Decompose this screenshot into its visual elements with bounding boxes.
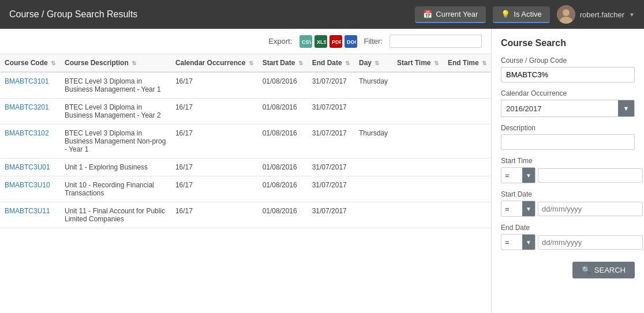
sort-icon: ⇅ bbox=[249, 60, 253, 66]
cell-start-date: 01/08/2016 bbox=[258, 72, 308, 99]
end-date-group: End Date = ▼ 📅 bbox=[501, 224, 635, 250]
calendar-occurrence-group: Calendar Occurrence 2016/2017 ▼ bbox=[501, 89, 635, 117]
chevron-down-icon: ▼ bbox=[629, 12, 635, 18]
is-active-button[interactable]: 💡 Is Active bbox=[493, 6, 549, 23]
bulb-icon: 💡 bbox=[501, 10, 510, 18]
cell-description: Unit 1 - Exploring Business bbox=[60, 159, 171, 176]
cell-end-time bbox=[443, 159, 491, 176]
export-csv-button[interactable]: CSV bbox=[299, 35, 312, 48]
export-icons: CSV XLS PDF DOC bbox=[299, 35, 357, 48]
cell-day bbox=[354, 159, 392, 176]
col-end-date[interactable]: End Date ⇅ bbox=[308, 54, 354, 72]
cell-code: BMABTC3U10 bbox=[0, 176, 60, 202]
cell-start-time bbox=[392, 159, 443, 176]
cell-end-date: 31/07/2017 bbox=[308, 202, 354, 228]
calendar-occurrence-value: 2016/2017 bbox=[501, 101, 618, 116]
end-date-label: End Date bbox=[501, 224, 635, 232]
export-xls-button[interactable]: XLS bbox=[314, 35, 327, 48]
course-code-link[interactable]: BMABTC3U10 bbox=[5, 181, 50, 189]
svg-text:CSV: CSV bbox=[302, 39, 311, 45]
end-date-op-value: = bbox=[501, 236, 522, 249]
user-menu[interactable]: robert.fatcher ▼ bbox=[557, 5, 635, 24]
cell-start-time bbox=[392, 176, 443, 202]
cell-day bbox=[354, 202, 392, 228]
start-date-op-select[interactable]: = ▼ bbox=[501, 201, 536, 217]
toolbar: Export: CSV XLS PDF DOC Filter: bbox=[0, 29, 491, 54]
col-end-time[interactable]: End Time ⇅ bbox=[443, 54, 491, 72]
sort-icon: ⇅ bbox=[375, 60, 379, 66]
calendar-occurrence-dropdown-button[interactable]: ▼ bbox=[618, 100, 634, 116]
cell-code: BMABTC3U01 bbox=[0, 159, 60, 176]
export-doc-button[interactable]: DOC bbox=[345, 35, 357, 48]
cell-calendar: 16/17 bbox=[171, 176, 258, 202]
description-input[interactable] bbox=[501, 134, 635, 150]
start-date-label: Start Date bbox=[501, 190, 635, 198]
course-code-link[interactable]: BMABTC3201 bbox=[5, 103, 49, 111]
table-row: BMABTC3U11 Unit 11 - Final Account for P… bbox=[0, 202, 491, 228]
cell-end-date: 31/07/2017 bbox=[308, 159, 354, 176]
svg-point-1 bbox=[563, 9, 570, 16]
course-group-code-input[interactable] bbox=[501, 67, 635, 82]
cell-day bbox=[354, 99, 392, 125]
course-code-link[interactable]: BMABTC3U11 bbox=[5, 207, 50, 215]
end-date-op-select[interactable]: = ▼ bbox=[501, 234, 536, 250]
col-day[interactable]: Day ⇅ bbox=[354, 54, 392, 72]
cell-calendar: 16/17 bbox=[171, 125, 258, 159]
col-calendar-occurrence[interactable]: Calendar Occurrence ⇅ bbox=[171, 54, 258, 72]
cell-day bbox=[354, 176, 392, 202]
cell-end-date: 31/07/2017 bbox=[308, 125, 354, 159]
sort-icon: ⇅ bbox=[51, 60, 55, 66]
start-date-op-dropdown[interactable]: ▼ bbox=[522, 201, 535, 216]
search-button-label: SEARCH bbox=[594, 266, 626, 274]
cell-start-date: 01/08/2016 bbox=[258, 202, 308, 228]
start-time-op-select[interactable]: = ▼ bbox=[501, 167, 536, 183]
cell-start-time bbox=[392, 72, 443, 99]
cell-start-date: 01/08/2016 bbox=[258, 159, 308, 176]
cell-end-date: 31/07/2017 bbox=[308, 99, 354, 125]
cell-start-date: 01/08/2016 bbox=[258, 99, 308, 125]
course-group-code-label: Course / Group Code bbox=[501, 56, 635, 65]
content-area: Export: CSV XLS PDF DOC Filter: bbox=[0, 29, 491, 313]
cell-calendar: 16/17 bbox=[171, 202, 258, 228]
start-date-input[interactable] bbox=[538, 202, 643, 216]
svg-text:XLS: XLS bbox=[317, 39, 326, 45]
col-course-description[interactable]: Course Description ⇅ bbox=[60, 54, 171, 72]
header: Course / Group Search Results 📅 Current … bbox=[0, 0, 644, 29]
col-start-date[interactable]: Start Date ⇅ bbox=[258, 54, 308, 72]
cell-calendar: 16/17 bbox=[171, 72, 258, 99]
table-row: BMABTC3201 BTEC Level 3 Diploma in Busin… bbox=[0, 99, 491, 125]
end-date-op-dropdown[interactable]: ▼ bbox=[522, 235, 535, 250]
course-code-link[interactable]: BMABTC3101 bbox=[5, 77, 49, 85]
cell-end-time bbox=[443, 99, 491, 125]
sort-icon: ⇅ bbox=[434, 60, 439, 66]
cell-description: BTEC Level 3 Diploma in Business Managem… bbox=[60, 99, 171, 125]
start-date-row: = ▼ 📅 bbox=[501, 201, 635, 217]
page-title: Course / Group Search Results bbox=[9, 9, 408, 20]
calendar-occurrence-select[interactable]: 2016/2017 ▼ bbox=[501, 100, 635, 117]
export-pdf-button[interactable]: PDF bbox=[330, 35, 342, 48]
end-date-input[interactable] bbox=[538, 235, 643, 250]
svg-text:PDF: PDF bbox=[332, 39, 341, 45]
course-code-link[interactable]: BMABTC3U01 bbox=[5, 163, 50, 171]
filter-label: Filter: bbox=[364, 37, 383, 46]
sort-icon: ⇅ bbox=[132, 60, 136, 66]
results-table: Course Code ⇅ Course Description ⇅ Calen… bbox=[0, 54, 491, 228]
avatar bbox=[557, 5, 575, 24]
cell-start-time bbox=[392, 202, 443, 228]
sidebar-title: Course Search bbox=[501, 38, 635, 48]
search-button[interactable]: 🔍 SEARCH bbox=[572, 262, 635, 278]
course-code-link[interactable]: BMABTC3102 bbox=[5, 129, 49, 137]
col-start-time[interactable]: Start Time ⇅ bbox=[392, 54, 443, 72]
col-course-code[interactable]: Course Code ⇅ bbox=[0, 54, 60, 72]
sort-icon: ⇅ bbox=[298, 60, 303, 66]
cell-code: BMABTC3102 bbox=[0, 125, 60, 159]
start-time-op-dropdown[interactable]: ▼ bbox=[522, 168, 535, 183]
cell-end-date: 31/07/2017 bbox=[308, 176, 354, 202]
start-time-group: Start Time = ▼ bbox=[501, 157, 635, 183]
cell-code: BMABTC3201 bbox=[0, 99, 60, 125]
start-time-input[interactable] bbox=[538, 168, 643, 183]
filter-input[interactable] bbox=[390, 35, 482, 48]
table-row: BMABTC3U01 Unit 1 - Exploring Business 1… bbox=[0, 159, 491, 176]
sort-icon: ⇅ bbox=[482, 60, 486, 66]
current-year-button[interactable]: 📅 Current Year bbox=[415, 6, 486, 23]
